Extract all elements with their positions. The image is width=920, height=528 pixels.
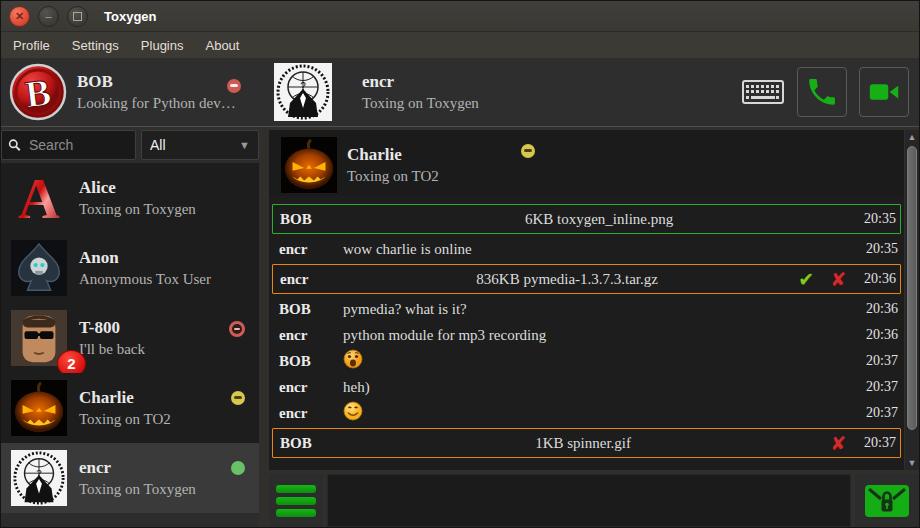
message-sender: encr	[279, 379, 343, 396]
contact-list-item-anon[interactable]: Anon Anonymous Tox User	[1, 233, 259, 303]
menu-about[interactable]: About	[205, 38, 239, 53]
online-status-icon	[231, 461, 245, 475]
message-text: wow charlie is online	[343, 241, 856, 258]
message-sender: BOB	[279, 301, 343, 318]
message-time: 20:36	[866, 327, 898, 343]
smile-emoji	[343, 401, 363, 421]
anonymous-avatar: ?	[274, 63, 332, 121]
keyboard-icon[interactable]	[741, 77, 785, 107]
message-sender: encr	[280, 271, 344, 288]
message-sender: encr	[279, 405, 343, 422]
contact-list: A Alice Toxing on Toxygen Anon Anonymous…	[1, 163, 259, 527]
send-message-button[interactable]	[855, 474, 919, 527]
chat-scrollbar[interactable]: ▲ ▼	[905, 130, 919, 470]
chevron-down-icon: ▼	[239, 139, 250, 151]
menu-plugins[interactable]: Plugins	[141, 38, 184, 53]
file-transfer-row[interactable]: BOB 1KB spinner.gif ✘20:37	[272, 428, 901, 458]
busy-status-icon	[227, 79, 241, 93]
accept-transfer-button[interactable]: ✔	[798, 270, 814, 289]
spade-skull-avatar	[11, 240, 67, 296]
maximize-icon	[73, 12, 82, 21]
file-transfer-label: 6KB toxygen_inline.png	[344, 211, 854, 228]
file-transfer-row[interactable]: encr 836KB pymedia-1.3.7.3.tar.gz ✔✘20:3…	[272, 264, 901, 294]
maximize-window-button[interactable]	[67, 6, 88, 27]
peer-status-message: Toxing on Toxygen	[362, 95, 479, 112]
busy-status-icon	[229, 321, 245, 337]
scrollbar-thumb[interactable]	[907, 146, 917, 430]
contact-list-item-encr[interactable]: ? encr Toxing on Toxygen	[1, 443, 259, 513]
self-profile[interactable]: B BOB Looking for Python dev…	[1, 63, 259, 121]
self-status-message: Looking for Python dev…	[77, 95, 227, 112]
titlebar: ✕ – Toxygen	[1, 1, 919, 32]
message-time: 20:37	[866, 405, 898, 421]
away-status-icon	[521, 144, 535, 158]
pumpkin-avatar	[11, 380, 67, 436]
message-input[interactable]	[327, 474, 851, 527]
toxygen-window: ✕ – Toxygen Profile Settings Plugins Abo…	[0, 0, 920, 528]
close-icon: ✕	[15, 11, 24, 22]
contact-name: encr	[79, 458, 196, 478]
bob-avatar: B	[9, 63, 67, 121]
message-sender: BOB	[279, 353, 343, 370]
video-call-button[interactable]	[859, 67, 909, 117]
search-icon	[8, 137, 21, 153]
anonymous-avatar: ?	[11, 450, 67, 506]
message-time: 20:37	[866, 353, 898, 369]
letter-a-avatar: A	[11, 170, 67, 226]
video-camera-icon	[867, 75, 901, 109]
file-transfer-label: 1KB spinner.gif	[344, 435, 822, 452]
close-window-button[interactable]: ✕	[9, 6, 30, 27]
contact-status-message: I'll be back	[79, 341, 145, 358]
top-panel: B BOB Looking for Python dev… ? encr Tox…	[1, 58, 919, 127]
main-area: All ▼ A Alice Toxing on Toxygen Anon Ano…	[1, 127, 919, 527]
search-input[interactable]	[27, 136, 129, 154]
composer-bar	[269, 474, 919, 527]
message-row: BOB pymedia? what is it? 20:36	[269, 296, 904, 322]
pumpkin-avatar	[281, 137, 337, 193]
contact-list-item-alice[interactable]: A Alice Toxing on Toxygen	[1, 163, 259, 233]
message-row: encr 20:37	[269, 400, 904, 426]
self-name: BOB	[77, 72, 227, 92]
svg-text:A: A	[18, 170, 60, 226]
contact-list-item-charlie[interactable]: Charlie Toxing on TO2	[1, 373, 259, 443]
message-time: 20:35	[864, 211, 896, 227]
peer-name: encr	[362, 72, 479, 92]
scroll-down-icon[interactable]: ▼	[908, 456, 917, 470]
shocked-emoji	[343, 349, 363, 369]
send-encrypted-icon	[863, 481, 911, 521]
contact-list-item-t-800[interactable]: 2 T-800 I'll be back	[1, 303, 259, 373]
message-time: 20:36	[864, 271, 896, 287]
file-transfer-row[interactable]: BOB 6KB toxygen_inline.png 20:35	[272, 204, 901, 234]
svg-text:B: B	[23, 71, 53, 116]
phone-icon	[805, 75, 839, 109]
minimize-window-button[interactable]: –	[38, 6, 59, 27]
menu-profile[interactable]: Profile	[13, 38, 50, 53]
conversation-peer-status: Toxing on TO2	[347, 168, 497, 185]
scrollbar-track[interactable]	[905, 144, 919, 456]
contact-status-message: Toxing on Toxygen	[79, 201, 196, 218]
decline-transfer-button[interactable]: ✘	[830, 270, 846, 289]
chat-column: Charlie Toxing on TO2 BOB 6KB toxygen_in…	[269, 127, 919, 527]
contact-name: Anon	[79, 248, 211, 268]
contact-filter-dropdown[interactable]: All ▼	[141, 130, 259, 160]
chat-content: Charlie Toxing on TO2 BOB 6KB toxygen_in…	[269, 130, 904, 470]
contact-status-message: Toxing on TO2	[79, 411, 171, 428]
decline-transfer-button[interactable]: ✘	[830, 434, 846, 453]
message-sender: encr	[279, 241, 343, 258]
contact-name: Charlie	[79, 388, 171, 408]
window-title: Toxygen	[104, 9, 157, 24]
file-transfer-label: 836KB pymedia-1.3.7.3.tar.gz	[344, 271, 790, 288]
terminator-avatar: 2	[11, 310, 67, 366]
menu-settings[interactable]: Settings	[72, 38, 119, 53]
chat-peer-header: ? encr Toxing on Toxygen	[259, 63, 741, 121]
chat-menu-button[interactable]	[269, 474, 323, 527]
search-box[interactable]	[1, 130, 136, 160]
conversation-peer-name: Charlie	[347, 145, 497, 165]
conversation-peer-item[interactable]: Charlie Toxing on TO2	[269, 130, 904, 196]
scroll-up-icon[interactable]: ▲	[908, 130, 917, 144]
message-text: python module for mp3 recording	[343, 327, 856, 344]
message-sender: encr	[279, 327, 343, 344]
search-row: All ▼	[1, 130, 259, 160]
message-row: encr python module for mp3 recording 20:…	[269, 322, 904, 348]
audio-call-button[interactable]	[797, 67, 847, 117]
